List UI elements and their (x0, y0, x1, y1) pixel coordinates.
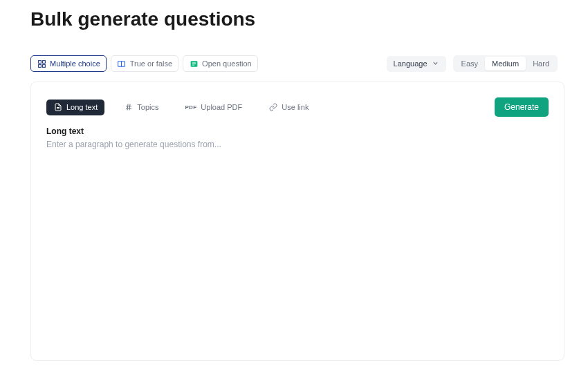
input-card: Long text Topics PDF Upload PDF Use link… (30, 82, 564, 361)
question-type-group: Multiple choice True or false Open quest… (30, 55, 258, 72)
language-label: Language (394, 59, 428, 68)
language-selector[interactable]: Language (387, 56, 446, 72)
difficulty-hard[interactable]: Hard (526, 57, 556, 70)
tab-long-text[interactable]: Long text (46, 100, 104, 115)
question-type-label: Multiple choice (50, 59, 100, 68)
input-label: Long text (46, 126, 549, 136)
question-type-label: Open question (202, 59, 252, 68)
question-type-label: True or false (130, 59, 172, 68)
controls-row: Multiple choice True or false Open quest… (0, 30, 588, 72)
tab-use-link[interactable]: Use link (261, 100, 315, 115)
input-tabs: Long text Topics PDF Upload PDF Use link (46, 100, 315, 115)
generate-button[interactable]: Generate (495, 97, 549, 117)
svg-rect-3 (42, 64, 45, 67)
difficulty-medium[interactable]: Medium (485, 57, 526, 70)
tab-upload-pdf[interactable]: PDF Upload PDF (178, 100, 249, 115)
columns-icon (117, 59, 127, 68)
tab-label: Use link (282, 103, 309, 111)
right-controls: Language Easy Medium Hard (387, 55, 558, 72)
tab-label: Long text (66, 103, 98, 111)
card-header: Long text Topics PDF Upload PDF Use link… (46, 97, 549, 117)
link-icon (268, 103, 277, 112)
grid-icon (37, 59, 46, 68)
long-text-input[interactable] (46, 140, 549, 333)
document-icon (53, 103, 62, 112)
svg-line-14 (127, 104, 128, 111)
tab-topics[interactable]: Topics (117, 100, 165, 115)
input-area: Long text (46, 126, 549, 336)
chevron-down-icon (432, 59, 439, 68)
question-type-multiple-choice[interactable]: Multiple choice (30, 55, 107, 72)
question-type-true-false[interactable]: True or false (111, 55, 178, 72)
difficulty-group: Easy Medium Hard (453, 55, 558, 72)
svg-rect-1 (42, 60, 45, 63)
hash-icon (124, 103, 133, 112)
tab-label: Upload PDF (201, 103, 242, 111)
page-title: Bulk generate questions (0, 0, 588, 30)
svg-line-15 (129, 104, 130, 111)
tab-label: Topics (137, 103, 158, 111)
pdf-icon: PDF (185, 104, 196, 111)
difficulty-easy[interactable]: Easy (454, 57, 485, 70)
question-type-open-question[interactable]: Open question (183, 55, 258, 72)
svg-rect-0 (38, 60, 41, 63)
svg-rect-2 (38, 64, 41, 67)
list-icon (189, 59, 199, 68)
